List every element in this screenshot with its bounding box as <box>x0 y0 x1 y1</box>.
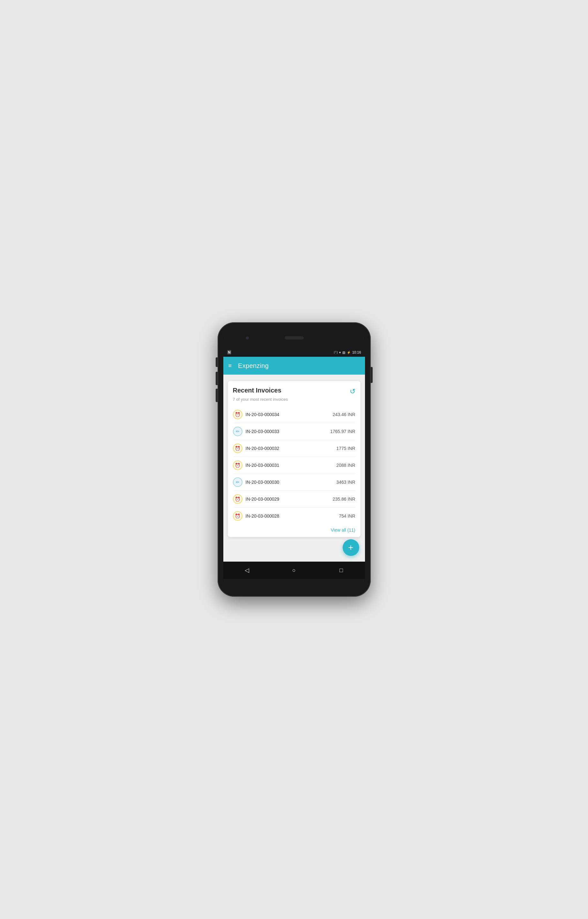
clock-icon: ⏰ <box>233 511 242 521</box>
refresh-icon[interactable]: ↺ <box>350 388 355 396</box>
invoice-amount: 3463 INR <box>336 480 355 485</box>
clock-icon: ⏰ <box>233 460 242 470</box>
status-bar: N 📳 ▾ ▨ ⚡ 10:16 <box>223 348 365 357</box>
invoice-amount: 235.86 INR <box>333 496 355 502</box>
main-content: Recent Invoices ↺ 7 of your most recent … <box>223 375 365 562</box>
view-all-row: View all (11) <box>233 528 355 533</box>
edit-icon: ✏ <box>233 477 242 487</box>
invoice-item[interactable]: ⏰ IN-20-03-000031 2088 INR <box>233 457 355 474</box>
invoice-item[interactable]: ⏰ IN-20-03-000032 1775 INR <box>233 440 355 457</box>
hamburger-menu-icon[interactable]: ≡ <box>228 362 232 369</box>
clock-icon: ⏰ <box>233 410 242 419</box>
card-header: Recent Invoices ↺ <box>233 387 355 396</box>
invoice-number: IN-20-03-000034 <box>246 412 330 417</box>
time-display: 10:16 <box>352 350 361 354</box>
volume-up-button <box>216 372 218 385</box>
invoice-number: IN-20-03-000033 <box>246 429 327 434</box>
invoice-number: IN-20-03-000032 <box>246 446 333 451</box>
invoice-amount: 754 INR <box>339 514 355 518</box>
card-title: Recent Invoices <box>233 387 281 394</box>
invoice-amount: 2088 INR <box>336 463 355 468</box>
invoice-amount: 1765.97 INR <box>330 429 355 434</box>
volume-silent-button <box>216 357 218 367</box>
wifi-icon: ▾ <box>339 351 341 354</box>
invoice-number: IN-20-03-000029 <box>246 496 330 502</box>
bottom-bezel <box>223 579 365 591</box>
battery-icon: ⚡ <box>347 351 351 354</box>
invoice-amount: 1775 INR <box>336 446 355 451</box>
notification-icon: N <box>227 350 232 355</box>
signal-icon: ▨ <box>342 351 345 354</box>
app-bar: ≡ Expenzing <box>223 357 365 375</box>
invoice-item[interactable]: ⏰ IN-20-03-000028 754 INR <box>233 508 355 524</box>
invoice-number: IN-20-03-000031 <box>246 463 333 468</box>
status-left: N <box>227 350 232 355</box>
vibrate-icon: 📳 <box>334 351 338 354</box>
invoice-item[interactable]: ⏰ IN-20-03-000029 235.86 INR <box>233 491 355 508</box>
invoice-amount: 243.46 INR <box>333 412 355 417</box>
clock-icon: ⏰ <box>233 494 242 504</box>
edit-icon: ✏ <box>233 426 242 436</box>
app-title: Expenzing <box>238 362 269 370</box>
top-bezel <box>223 328 365 348</box>
invoice-item[interactable]: ✏ IN-20-03-000033 1765.97 INR <box>233 423 355 440</box>
screen-content: N 📳 ▾ ▨ ⚡ 10:16 ≡ Expenzing <box>223 348 365 579</box>
earpiece-speaker <box>284 336 304 339</box>
phone-device: N 📳 ▾ ▨ ⚡ 10:16 ≡ Expenzing <box>218 322 371 597</box>
volume-down-button <box>216 389 218 402</box>
invoice-list: ⏰ IN-20-03-000034 243.46 INR ✏ IN-20-03-… <box>233 406 355 524</box>
power-button <box>371 367 373 383</box>
recent-invoices-card: Recent Invoices ↺ 7 of your most recent … <box>228 381 360 537</box>
invoice-item[interactable]: ⏰ IN-20-03-000034 243.46 INR <box>233 406 355 423</box>
card-subtitle: 7 of your most recent invoices <box>233 397 355 402</box>
phone-screen: N 📳 ▾ ▨ ⚡ 10:16 ≡ Expenzing <box>223 328 365 591</box>
home-button[interactable]: ○ <box>288 564 300 577</box>
view-all-button[interactable]: View all (11) <box>331 528 355 533</box>
clock-icon: ⏰ <box>233 444 242 453</box>
front-camera <box>246 336 249 339</box>
invoice-item[interactable]: ✏ IN-20-03-000030 3463 INR <box>233 474 355 491</box>
back-button[interactable]: ◁ <box>241 564 253 577</box>
invoice-number: IN-20-03-000028 <box>246 514 336 518</box>
recents-button[interactable]: □ <box>335 564 348 577</box>
bottom-navigation: ◁ ○ □ <box>223 562 365 579</box>
fab-add-button[interactable]: + <box>342 539 359 556</box>
status-right: 📳 ▾ ▨ ⚡ 10:16 <box>334 350 361 354</box>
invoice-number: IN-20-03-000030 <box>246 480 333 485</box>
